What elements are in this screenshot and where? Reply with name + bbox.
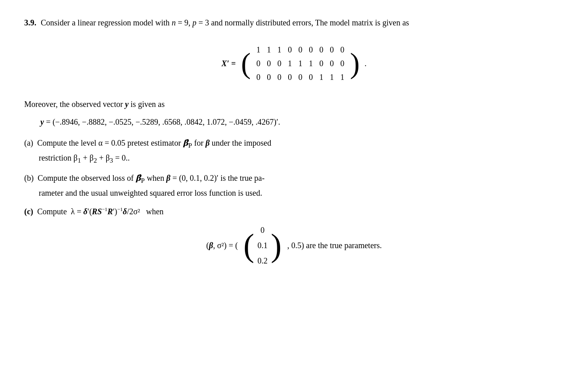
matrix-section: X′ = ( 1 1 1 0 0 0 0 0 0 0 0 <box>24 41 564 86</box>
col-cell-1: 0 <box>257 223 268 237</box>
cell-r2c9: 0 <box>339 56 346 70</box>
cell-r2c4: 1 <box>286 56 293 70</box>
matrix-equation: X′ = ( 1 1 1 0 0 0 0 0 0 0 0 <box>222 41 366 86</box>
col-left-paren: ( <box>243 229 254 261</box>
matrix-wrapper: ( 1 1 1 0 0 0 0 0 0 0 0 0 1 1 <box>241 41 360 86</box>
col-right-paren: ) <box>271 229 282 261</box>
col-grid: 0 0.1 0.2 <box>254 222 271 269</box>
col-cell-2: 0.1 <box>257 238 268 253</box>
part-b-text: Compute the observed loss of β̂P when β … <box>38 174 264 182</box>
cell-r2c6: 1 <box>307 56 314 70</box>
cell-r1c5: 0 <box>297 43 304 56</box>
parts-section: (a) Compute the level α = 0.05 pretest e… <box>24 136 564 269</box>
col-eq-wrapper: (β, σ²) = ( ( 0 0.1 0.2 ) , 0.5) are the… <box>206 222 382 269</box>
cell-r1c2: 1 <box>265 43 272 56</box>
cell-r1c4: 0 <box>286 43 293 56</box>
cell-r2c7: 0 <box>318 56 325 70</box>
cell-r3c3: 0 <box>276 70 283 84</box>
part-a-label: (a) <box>24 138 35 147</box>
cell-r2c2: 0 <box>265 56 272 70</box>
cell-r1c8: 0 <box>328 43 335 56</box>
vector-intro: Moreover, the observed vector y is given… <box>24 98 564 111</box>
main-content: 3.9. Consider a linear regression model … <box>24 16 564 269</box>
cell-r3c2: 0 <box>265 70 272 84</box>
vector-eq: y = (−.8946, −.8882, −.0525, −.5289, .65… <box>40 115 564 128</box>
part-b-continuation: rameter and the usual unweighted squared… <box>39 186 564 199</box>
part-b-label: (b) <box>24 174 36 182</box>
cell-r3c9: 1 <box>339 70 346 84</box>
matrix-grid: 1 1 1 0 0 0 0 0 0 0 0 0 1 1 1 0 <box>251 41 350 86</box>
cell-r2c1: 0 <box>255 56 262 70</box>
cell-r3c6: 0 <box>307 70 314 84</box>
problem-intro: 3.9. Consider a linear regression model … <box>24 16 564 29</box>
left-paren: ( <box>241 49 251 78</box>
part-c-label: (c) <box>24 207 35 216</box>
cell-r1c9: 0 <box>339 43 346 56</box>
cell-r1c6: 0 <box>307 43 314 56</box>
cell-r1c1: 1 <box>255 43 262 56</box>
part-a-restriction: restriction β1 + β2 + β3 = 0.. <box>39 151 564 166</box>
col-matrix-wrapper: ( 0 0.1 0.2 ) <box>243 222 281 269</box>
col-cell-3: 0.2 <box>257 253 268 268</box>
part-c-text: Compute λ = δ′(RS−1R′)−1δ/2σ² when <box>37 207 163 216</box>
part-b: (b) Compute the observed loss of β̂P whe… <box>24 171 564 199</box>
cell-r1c7: 0 <box>318 43 325 56</box>
cell-r1c3: 1 <box>276 43 283 56</box>
part-c-first-line: (c) Compute λ = δ′(RS−1R′)−1δ/2σ² when <box>24 205 564 218</box>
matrix-label: X′ = <box>222 57 236 70</box>
cell-r2c8: 0 <box>328 56 335 70</box>
vector-section: Moreover, the observed vector y is given… <box>24 98 564 128</box>
right-paren: ) <box>350 49 360 78</box>
cell-r3c5: 0 <box>297 70 304 84</box>
part-c: (c) Compute λ = δ′(RS−1R′)−1δ/2σ² when (… <box>24 205 564 269</box>
cell-r3c1: 0 <box>255 70 262 84</box>
col-eq-suffix: , 0.5) are the true parameters. <box>287 239 382 252</box>
col-eq-prefix: (β, σ²) = ( <box>206 239 238 252</box>
intro-text: Consider a linear regression model with … <box>41 18 409 27</box>
cell-r3c8: 1 <box>328 70 335 84</box>
cell-r3c7: 1 <box>318 70 325 84</box>
part-a: (a) Compute the level α = 0.05 pretest e… <box>24 136 564 166</box>
matrix-period: . <box>364 57 366 70</box>
problem-number: 3.9. <box>24 18 36 27</box>
cell-r2c3: 0 <box>276 56 283 70</box>
col-vector-section: (β, σ²) = ( ( 0 0.1 0.2 ) , 0.5) are the… <box>24 222 564 269</box>
cell-r3c4: 0 <box>286 70 293 84</box>
cell-r2c5: 1 <box>297 56 304 70</box>
part-a-text: Compute the level α = 0.05 pretest estim… <box>37 138 271 147</box>
